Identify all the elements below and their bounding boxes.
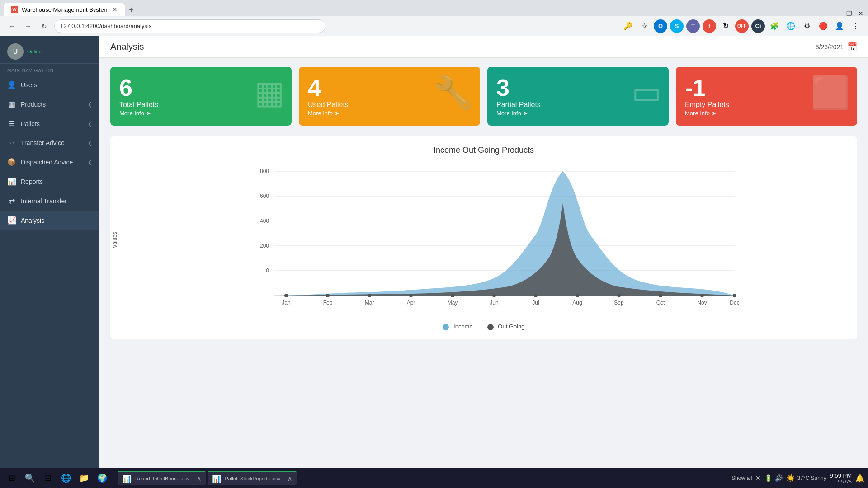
calendar-icon[interactable]: 📅 [847, 42, 857, 52]
svg-text:600: 600 [260, 193, 269, 199]
show-all-button[interactable]: Show all [731, 475, 752, 481]
office-icon[interactable]: f [703, 19, 716, 33]
income-chart: 800 600 400 200 0 [142, 162, 848, 316]
income-dot [443, 324, 449, 330]
browser-menu-icon[interactable]: ⋮ [849, 19, 863, 33]
lastpass-icon[interactable]: 🔴 [816, 19, 830, 33]
chart-legend: Income Out Going [119, 323, 848, 330]
card-partial-pallets[interactable]: ▭ 3 Partial Pallets More Info ➤ [487, 67, 669, 126]
page-date: 6/23/2021 [816, 43, 844, 51]
teams-icon[interactable]: T [686, 19, 700, 33]
skype-icon[interactable]: S [670, 19, 684, 33]
address-input[interactable]: 127.0.0.1:4200/dashboard/analysis [54, 19, 326, 33]
battery-icon: 🔋 [764, 474, 772, 482]
file2-close[interactable]: ∧ [288, 475, 292, 482]
refresh-icon[interactable]: ↻ [719, 19, 732, 33]
back-button[interactable]: ← [5, 20, 18, 33]
analysis-icon: 📈 [7, 216, 16, 225]
taskbar-right: Show all ✕ 🔋 🔊 ☀️ 37°C Sunny 9:59 PM 9/7… [731, 472, 864, 484]
outlook-icon[interactable]: O [654, 19, 667, 33]
online-status: Online [27, 49, 42, 54]
taskbar-file-2[interactable]: 📊 Pallet_StockReport....csv ∧ [208, 471, 297, 485]
card-total-pallets[interactable]: ▦ 6 Total Pallets More Info ➤ [110, 67, 292, 126]
task-view-button[interactable]: ⊟ [40, 470, 56, 486]
time-display[interactable]: 9:59 PM 9/7/75 [830, 472, 852, 484]
used-pallets-more[interactable]: More Info ➤ [308, 110, 471, 117]
forward-button[interactable]: → [22, 20, 34, 33]
browser2-taskbar-icon[interactable]: 🌍 [94, 470, 110, 486]
tab-close-btn[interactable]: ✕ [112, 6, 118, 13]
card-used-pallets[interactable]: 🔧 4 Used Pallets More Info ➤ [299, 67, 480, 126]
restore-btn[interactable]: ❐ [846, 10, 853, 16]
search-taskbar-button[interactable]: 🔍 [22, 470, 38, 486]
point-apr [409, 294, 413, 297]
total-pallets-more[interactable]: More Info ➤ [119, 110, 283, 117]
point-nov [700, 294, 704, 297]
chart-container: Income Out Going Products Values 800 600 [110, 136, 857, 339]
extension-icon[interactable]: 🧩 [768, 19, 781, 33]
card-empty-pallets[interactable]: ⬜ -1 Empty Pallets More Info ➤ [676, 67, 857, 126]
empty-pallets-label: Empty Pallets [685, 101, 848, 109]
partial-pallets-more[interactable]: More Info ➤ [496, 110, 660, 117]
off-icon[interactable]: OFF [735, 19, 749, 33]
tab-favicon: W [11, 6, 18, 13]
empty-pallets-more[interactable]: More Info ➤ [685, 110, 848, 117]
nav-section-label: MAIN NAVIGATION [0, 64, 99, 75]
svg-text:Jun: Jun [490, 300, 498, 306]
svg-text:Oct: Oct [656, 300, 665, 306]
y-axis-label: Values [112, 232, 118, 248]
used-pallets-number: 4 [308, 76, 471, 99]
svg-text:Apr: Apr [407, 300, 415, 306]
settings-icon[interactable]: ⚙ [800, 19, 814, 33]
sidebar-item-reports[interactable]: 📊 Reports [0, 172, 99, 191]
products-chevron: ❮ [88, 101, 92, 108]
reports-icon: 📊 [7, 177, 16, 186]
sidebar-item-internal-transfer[interactable]: ⇄ Internal Transfer [0, 191, 99, 211]
sidebar-item-products[interactable]: ▦ Products ❮ [0, 94, 99, 114]
pallets-chevron: ❮ [88, 121, 92, 127]
sidebar-user: U Online [0, 36, 99, 64]
date-display: 6/23/2021 📅 [816, 42, 857, 52]
avatar: U [7, 43, 24, 60]
ci-icon[interactable]: Ci [751, 19, 765, 33]
weather-text: 37°C Sunny [797, 475, 826, 481]
start-button[interactable]: ⊞ [4, 470, 20, 486]
minimize-btn[interactable]: — [835, 10, 841, 16]
star-icon[interactable]: ☆ [637, 19, 651, 33]
page-title: Analysis [110, 42, 144, 52]
reload-button[interactable]: ↻ [38, 20, 51, 33]
total-pallets-label: Total Pallets [119, 101, 283, 109]
internal-icon: ⇄ [7, 197, 16, 205]
app-body: U Online MAIN NAVIGATION 👤 Users ▦ Produ… [0, 36, 868, 468]
globe-icon[interactable]: 🌐 [784, 19, 797, 33]
sun-icon: ☀️ [786, 474, 795, 483]
notification-bell[interactable]: 🔔 [855, 474, 864, 483]
partial-pallets-number: 3 [496, 76, 660, 99]
browser-tab[interactable]: W Warehouse Management System ✕ [4, 3, 125, 16]
sidebar-item-transfer-advice[interactable]: ↔ Transfer Advice ❮ [0, 133, 99, 152]
sidebar-item-users[interactable]: 👤 Users [0, 75, 99, 94]
chrome-taskbar-icon[interactable]: 🌐 [58, 470, 74, 486]
close-window-btn[interactable]: ✕ [858, 10, 864, 16]
taskbar-file-1[interactable]: 📊 Report_InOutBoun....csv ∧ [118, 471, 206, 485]
new-tab-button[interactable]: + [125, 4, 137, 16]
sidebar-item-dispatched-advice[interactable]: 📦 Dispatched Advice ❮ [0, 152, 99, 172]
chart-title: Income Out Going Products [119, 145, 848, 155]
key-icon[interactable]: 🔑 [621, 19, 635, 33]
main-content: Analysis 6/23/2021 📅 ▦ 6 Total Pallets M… [99, 36, 868, 468]
sidebar-label-transfer: Transfer Advice [21, 139, 65, 146]
svg-text:0: 0 [266, 267, 269, 274]
sidebar-item-pallets[interactable]: ☰ Pallets ❮ [0, 114, 99, 133]
profile-icon[interactable]: 👤 [833, 19, 846, 33]
dispatched-chevron: ❮ [88, 159, 92, 165]
weather-display[interactable]: ☀️ 37°C Sunny [786, 474, 826, 483]
files-taskbar-icon[interactable]: 📁 [76, 470, 92, 486]
taskbar-close-icon[interactable]: ✕ [755, 474, 761, 482]
svg-text:Mar: Mar [365, 300, 374, 306]
network-icon: 🔊 [775, 474, 783, 482]
sidebar-item-analysis[interactable]: 📈 Analysis [0, 211, 99, 230]
address-bar-row: ← → ↻ 127.0.0.1:4200/dashboard/analysis … [0, 16, 868, 36]
point-dec [733, 294, 736, 297]
sidebar-label-reports: Reports [21, 178, 43, 185]
file1-close[interactable]: ∧ [197, 475, 201, 482]
